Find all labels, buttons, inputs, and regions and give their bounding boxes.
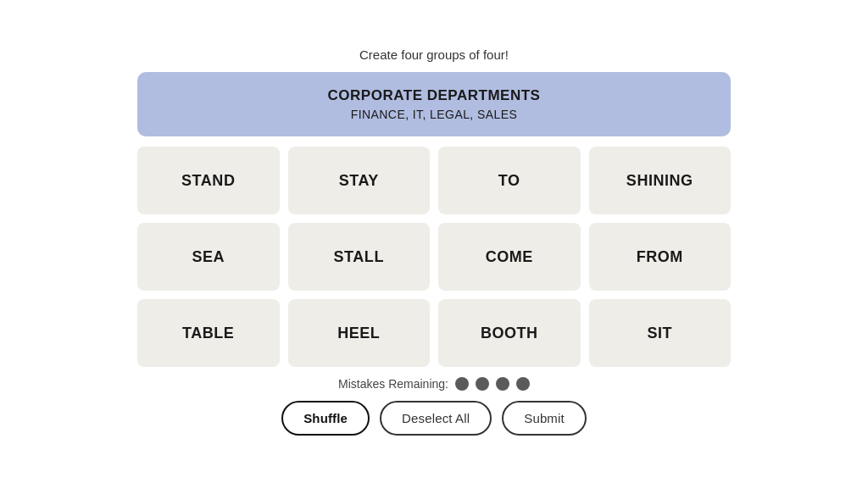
deselect-button[interactable]: Deselect All	[380, 401, 492, 436]
mistake-dot-3	[496, 377, 509, 391]
tile[interactable]: SHINING	[589, 147, 732, 214]
tile[interactable]: SEA	[137, 223, 280, 291]
word-grid: STANDSTAYTOSHININGSEASTALLCOMEFROMTABLEH…	[137, 147, 731, 367]
tile-word: STAND	[181, 172, 235, 190]
tile[interactable]: STALL	[288, 223, 431, 291]
tile-word: SIT	[647, 325, 672, 342]
tile-word: FROM	[637, 248, 683, 266]
solved-category-words: FINANCE, IT, LEGAL, SALES	[154, 108, 714, 121]
tile[interactable]: FROM	[589, 223, 732, 291]
tile[interactable]: COME	[438, 223, 581, 291]
tile[interactable]: STAY	[288, 147, 431, 214]
tile-word: SHINING	[626, 172, 693, 190]
tile[interactable]: TO	[438, 147, 581, 214]
game-container: Create four groups of four! CORPORATE DE…	[137, 47, 731, 436]
mistakes-row: Mistakes Remaining:	[338, 377, 530, 391]
tile[interactable]: HEEL	[288, 299, 431, 367]
tile[interactable]: BOOTH	[438, 299, 581, 367]
subtitle: Create four groups of four!	[359, 47, 509, 62]
action-buttons: Shuffle Deselect All Submit	[281, 401, 587, 436]
tile-word: TO	[498, 172, 520, 190]
submit-button[interactable]: Submit	[502, 401, 587, 436]
tile-word: SEA	[192, 248, 225, 266]
mistake-dot-1	[455, 377, 469, 391]
tile-word: TABLE	[182, 325, 234, 342]
tile-word: BOOTH	[481, 325, 538, 342]
solved-category-title: CORPORATE DEPARTMENTS	[154, 87, 714, 104]
shuffle-button[interactable]: Shuffle	[281, 401, 370, 436]
tile-word: HEEL	[337, 325, 380, 342]
tile[interactable]: SIT	[589, 299, 732, 367]
tile[interactable]: STAND	[137, 147, 280, 214]
tile[interactable]: TABLE	[137, 299, 280, 367]
tile-word: STALL	[334, 248, 384, 266]
tile-word: STAY	[339, 172, 379, 190]
mistakes-label: Mistakes Remaining:	[338, 377, 448, 391]
solved-category: CORPORATE DEPARTMENTS FINANCE, IT, LEGAL…	[137, 72, 731, 136]
tile-word: COME	[486, 248, 533, 266]
mistake-dot-4	[516, 377, 530, 391]
mistake-dot-2	[476, 377, 489, 391]
